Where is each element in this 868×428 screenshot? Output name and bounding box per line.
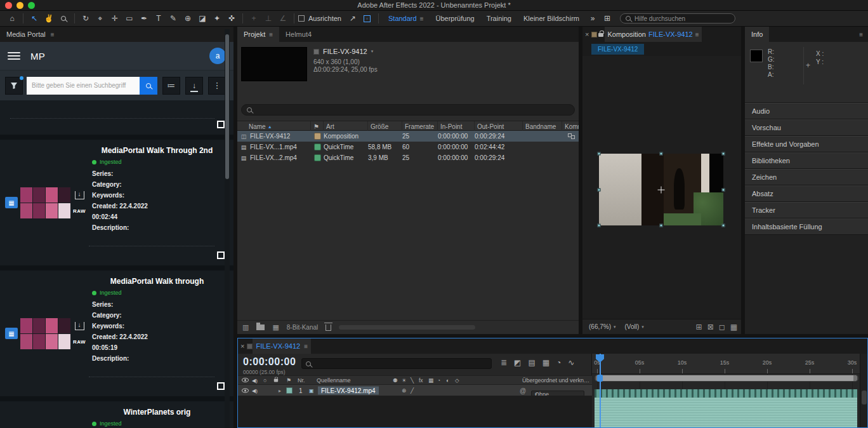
preview-item-name[interactable]: FILE-VX-9412 ▾ xyxy=(313,48,373,55)
scrollbar-thumb[interactable] xyxy=(225,34,229,179)
selection-handle[interactable] xyxy=(598,224,601,227)
layer-row[interactable]: ◀) ▸ 1 ▣ FILE-VX-9412.mp4 ⊕ ╱ @ Ohne ▾ xyxy=(238,385,592,396)
graph-editor-icon[interactable]: ∿ xyxy=(568,358,574,367)
video-column-icon[interactable] xyxy=(242,378,249,382)
collapse-switch-icon[interactable]: ☀ xyxy=(402,377,407,384)
shy-layers-icon[interactable]: ▤ xyxy=(528,358,535,367)
selection-handle[interactable] xyxy=(722,224,725,227)
frame-blend-switch-icon[interactable]: ▦ xyxy=(428,377,433,384)
region-of-interest-icon[interactable]: ◻ xyxy=(719,323,725,331)
new-composition-icon[interactable]: ▦ xyxy=(272,323,279,331)
column-comment[interactable]: Komme xyxy=(562,121,579,131)
trash-icon[interactable] xyxy=(326,324,331,331)
media-search-field[interactable] xyxy=(27,77,140,95)
layer-visibility-icon[interactable] xyxy=(242,388,249,392)
search-button[interactable] xyxy=(140,77,157,95)
table-row[interactable]: ▤ FILE-VX...2.mp4 QuickTime 3,9 MB 25 0:… xyxy=(237,152,579,163)
panel-tab-absatz[interactable]: Absatz xyxy=(745,185,868,202)
video-frame[interactable] xyxy=(599,154,723,225)
grid-guides-icon[interactable]: ⊞ xyxy=(696,323,702,331)
timeline-search-input[interactable] xyxy=(315,360,487,367)
clone-stamp-tool-icon[interactable]: ⊕ xyxy=(181,12,195,25)
horizontal-scrollbar[interactable] xyxy=(339,325,475,330)
layer-expand-icon[interactable]: ▸ xyxy=(279,387,281,393)
pan-behind-tool-icon[interactable]: ✛ xyxy=(108,12,122,25)
close-panel-icon[interactable]: × xyxy=(238,342,247,350)
lock-column-icon[interactable] xyxy=(274,378,278,382)
pen-tool-icon[interactable]: ✒ xyxy=(137,12,151,25)
selection-handle[interactable] xyxy=(598,189,601,192)
workspace-tab-review[interactable]: Überprüfung xyxy=(430,15,480,22)
layer-duration-bar[interactable] xyxy=(595,389,857,427)
frame-blend-icon[interactable]: ▦ xyxy=(542,358,549,367)
puppet-pin-tool-icon[interactable]: ✜ xyxy=(225,12,239,25)
current-time-display[interactable]: 0:00:00:00 xyxy=(243,356,296,368)
more-options-button[interactable]: ⋮ xyxy=(208,77,226,95)
media-card[interactable]: WinterPlanets orig Ingested xyxy=(0,401,233,428)
threed-switch-icon[interactable]: ◇ xyxy=(455,377,459,384)
comp-mini-flowchart-icon[interactable]: ≣ xyxy=(501,358,507,367)
adjustment-switch-icon[interactable]: ◐ xyxy=(446,377,449,384)
panel-tab-effekte[interactable]: Effekte und Vorgaben xyxy=(745,136,868,152)
layer-collapse-switch[interactable]: ⊕ xyxy=(402,387,406,394)
label-column-icon[interactable]: ⚑ xyxy=(286,377,291,384)
label-color-swatch[interactable] xyxy=(314,144,321,150)
download-icon[interactable]: ↓ xyxy=(75,322,84,330)
panel-tab-inhaltsbasierte-fuellung[interactable]: Inhaltsbasierte Füllung xyxy=(745,218,868,235)
camera-tool-icon[interactable]: ⌖ xyxy=(93,12,107,25)
workspace-overflow-icon[interactable]: » xyxy=(586,12,600,25)
panel-tab-bibliotheken[interactable]: Bibliotheken xyxy=(745,152,868,169)
panel-menu-icon[interactable]: ≡ xyxy=(51,31,55,38)
shape-tool-icon[interactable]: ▭ xyxy=(122,12,136,25)
color-depth-button[interactable]: 8-Bit-Kanal xyxy=(287,324,318,331)
panel-menu-icon[interactable]: ≡ xyxy=(304,343,308,350)
label-color-swatch[interactable] xyxy=(314,154,321,161)
column-label-color[interactable]: ⚑ xyxy=(311,121,324,131)
mask-visibility-icon[interactable]: ⊠ xyxy=(707,323,714,331)
transparency-grid-icon[interactable]: ▦ xyxy=(730,323,737,331)
view-axis-mode-icon[interactable]: ∠ xyxy=(276,12,290,25)
media-card[interactable]: ▦ ↓ RAW MediaPortal Walk Through 2nd Ing… xyxy=(0,140,233,265)
column-out-point[interactable]: Out-Point xyxy=(475,121,523,131)
layer-name[interactable]: FILE-VX-9412.mp4 xyxy=(318,386,379,394)
download-button[interactable]: ↓ xyxy=(185,77,203,95)
anchor-point-icon[interactable] xyxy=(658,186,665,193)
layer-quality-switch[interactable]: ╱ xyxy=(411,387,414,394)
workspace-switcher-icon[interactable]: ⊞ xyxy=(600,12,614,25)
list-options-button[interactable]: ≔ xyxy=(162,77,180,95)
type-tool-icon[interactable]: T xyxy=(152,12,166,25)
panel-tab-zeichen[interactable]: Zeichen xyxy=(745,169,868,185)
timeline-tab[interactable]: FILE-VX-9412 ≡ xyxy=(253,338,311,354)
panel-tab-tracker[interactable]: Tracker xyxy=(745,202,868,218)
download-icon[interactable]: ↓ xyxy=(75,191,84,199)
column-name[interactable]: Name ▲ xyxy=(237,121,311,131)
scrollbar-thumb[interactable] xyxy=(862,391,867,405)
selection-handle[interactable] xyxy=(660,224,663,227)
lock-icon[interactable] xyxy=(598,33,603,37)
hamburger-menu-icon[interactable] xyxy=(8,52,20,60)
project-search-field[interactable] xyxy=(241,104,575,116)
column-framerate[interactable]: Framerate xyxy=(402,121,438,131)
card-checkbox[interactable] xyxy=(217,382,225,390)
world-axis-mode-icon[interactable]: ⊥ xyxy=(261,12,275,25)
workspace-tab-small-screen[interactable]: Kleiner Bildschirm xyxy=(518,15,585,22)
selection-handle[interactable] xyxy=(722,152,725,156)
audio-column-icon[interactable]: ◀) xyxy=(252,377,258,383)
column-art[interactable]: Art xyxy=(324,121,368,131)
effects-switch-icon[interactable]: fx xyxy=(419,377,423,384)
media-card-partial[interactable] xyxy=(0,100,233,135)
panel-menu-icon[interactable]: ≡ xyxy=(859,31,868,38)
selection-tool-icon[interactable]: ↖ xyxy=(27,12,41,25)
column-bandname[interactable]: Bandname xyxy=(523,121,562,131)
tab-projekt[interactable]: Projekt ≡ xyxy=(237,27,279,42)
card-checkbox[interactable] xyxy=(217,121,225,128)
motion-blur-switch-icon[interactable]: ◔ xyxy=(437,377,440,384)
help-search-input[interactable] xyxy=(635,15,730,22)
magnification-dropdown[interactable]: (66,7%) ▾ xyxy=(586,322,619,331)
eraser-tool-icon[interactable]: ◪ xyxy=(195,12,209,25)
align-checkbox[interactable] xyxy=(298,15,305,22)
column-in-point[interactable]: In-Point xyxy=(438,121,475,131)
roto-brush-tool-icon[interactable]: ✦ xyxy=(210,12,224,25)
panel-menu-icon[interactable]: ≡ xyxy=(269,31,273,38)
layer-audio-icon[interactable]: ◀) xyxy=(252,387,258,393)
